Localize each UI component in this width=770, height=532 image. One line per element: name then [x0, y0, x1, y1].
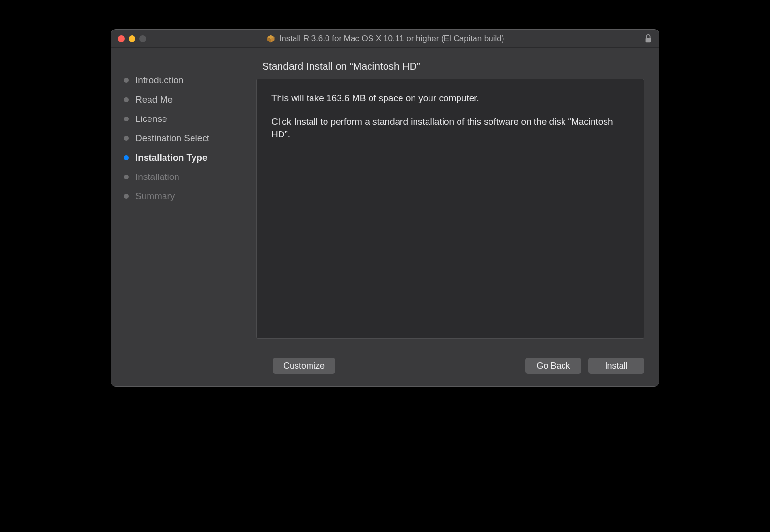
sidebar-item-installation: Installation [124, 172, 247, 182]
bullet-icon [124, 155, 129, 160]
content-row: Introduction Read Me License Destination… [111, 48, 659, 348]
sidebar: Introduction Read Me License Destination… [111, 48, 256, 348]
footer: Customize Go Back Install [111, 348, 659, 386]
window-title-wrap: Install R 3.6.0 for Mac OS X 10.11 or hi… [111, 34, 659, 44]
sidebar-item-license: License [124, 114, 247, 124]
main-area: Standard Install on “Macintosh HD” This … [256, 48, 659, 348]
close-window-button[interactable] [118, 35, 125, 42]
svg-marker-2 [271, 37, 275, 42]
bullet-icon [124, 78, 129, 83]
content-panel: This will take 163.6 MB of space on your… [256, 79, 644, 339]
sidebar-item-label: Installation Type [135, 152, 207, 163]
bullet-icon [124, 97, 129, 102]
space-info-text: This will take 163.6 MB of space on your… [271, 92, 629, 105]
package-icon [266, 34, 276, 44]
sidebar-item-introduction: Introduction [124, 75, 247, 86]
install-instruction-text: Click Install to perform a standard inst… [271, 116, 629, 141]
sidebar-list: Introduction Read Me License Destination… [124, 75, 247, 202]
footer-left: Customize [273, 358, 335, 374]
traffic-lights [118, 35, 146, 42]
installer-window: Install R 3.6.0 for Mac OS X 10.11 or hi… [111, 29, 659, 387]
window-body: Introduction Read Me License Destination… [111, 48, 659, 386]
sidebar-item-label: Read Me [135, 94, 173, 105]
sidebar-item-label: Installation [135, 172, 179, 182]
bullet-icon [124, 194, 129, 199]
sidebar-item-read-me: Read Me [124, 94, 247, 105]
svg-rect-3 [646, 38, 651, 42]
go-back-button[interactable]: Go Back [525, 358, 581, 374]
bullet-icon [124, 117, 129, 121]
page-heading: Standard Install on “Macintosh HD” [256, 57, 644, 79]
sidebar-item-destination-select: Destination Select [124, 133, 247, 144]
sidebar-item-label: Summary [135, 191, 175, 202]
install-button[interactable]: Install [588, 358, 644, 374]
customize-button[interactable]: Customize [273, 358, 335, 374]
sidebar-item-label: Introduction [135, 75, 183, 86]
sidebar-item-summary: Summary [124, 191, 247, 202]
zoom-window-button[interactable] [139, 35, 146, 42]
lock-icon[interactable] [644, 34, 652, 43]
bullet-icon [124, 136, 129, 141]
sidebar-item-label: Destination Select [135, 133, 209, 144]
sidebar-item-label: License [135, 114, 167, 124]
sidebar-item-installation-type: Installation Type [124, 152, 247, 163]
window-title: Install R 3.6.0 for Mac OS X 10.11 or hi… [280, 34, 504, 44]
minimize-window-button[interactable] [129, 35, 135, 42]
footer-right: Go Back Install [525, 358, 644, 374]
titlebar[interactable]: Install R 3.6.0 for Mac OS X 10.11 or hi… [111, 30, 659, 48]
bullet-icon [124, 175, 129, 179]
svg-marker-1 [267, 37, 271, 42]
svg-marker-0 [267, 35, 274, 39]
